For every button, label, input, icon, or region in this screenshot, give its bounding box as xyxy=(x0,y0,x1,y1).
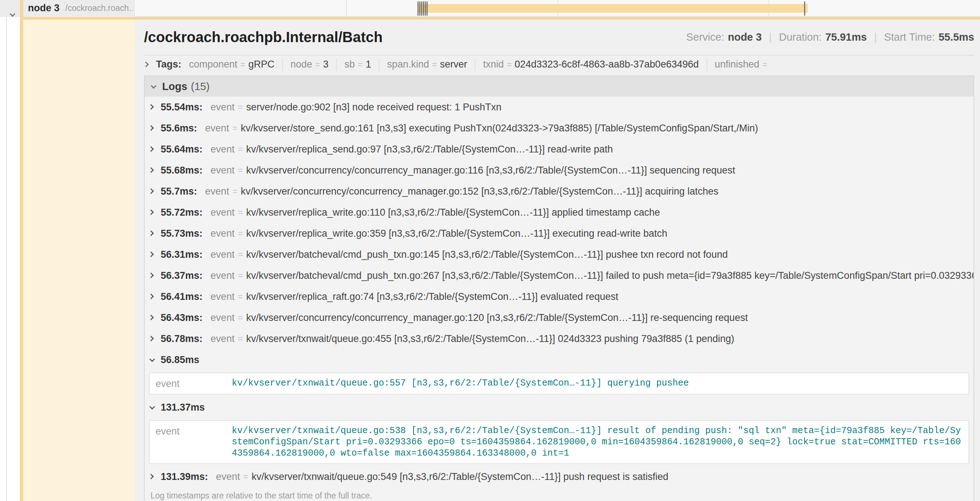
equals-sign: = xyxy=(238,207,243,217)
log-row[interactable]: 55.64ms: event = kv/kvserver/replica_sen… xyxy=(145,139,974,160)
chevron-right-icon xyxy=(149,314,156,321)
log-row[interactable]: 55.73ms: event = kv/kvserver/replica_wri… xyxy=(145,223,974,244)
log-row[interactable]: 55.54ms: event = server/node.go:902 [n3]… xyxy=(145,97,974,118)
log-timestamp: 55.73ms: xyxy=(161,228,203,239)
span-detail-meta: Service: node 3 | Duration: 75.91ms | St… xyxy=(686,31,974,43)
equals-sign: = xyxy=(238,292,243,302)
log-row[interactable]: 55.72ms: event = kv/kvserver/replica_wri… xyxy=(145,202,974,223)
log-value: kv/kvserver/batcheval/cmd_push_txn.go:14… xyxy=(246,249,728,260)
log-value: kv/kvserver/replica_raft.go:74 [n3,s3,r6… xyxy=(246,291,618,302)
log-timestamp: 56.85ms xyxy=(161,354,199,365)
log-key: event xyxy=(211,207,235,218)
log-timestamp: 55.6ms: xyxy=(161,123,197,134)
log-marker-tick xyxy=(423,2,424,16)
log-field-key: event xyxy=(156,425,232,459)
logs-footer-note: Log timestamps are relative to the start… xyxy=(145,487,974,501)
chevron-right-icon xyxy=(149,474,156,480)
chevron-right-icon xyxy=(149,272,156,279)
log-row[interactable]: 131.39ms: event = kv/kvserver/txnwait/qu… xyxy=(145,466,974,487)
log-timestamp: 55.7ms: xyxy=(161,186,197,197)
log-fields-table: event kv/kvserver/txnwait/queue.go:538 [… xyxy=(149,420,969,464)
log-row[interactable]: 56.37ms: event = kv/kvserver/batcheval/c… xyxy=(145,265,974,286)
log-marker-tick xyxy=(426,2,428,16)
log-value: kv/kvserver/replica_write.go:359 [n3,s3,… xyxy=(246,228,667,239)
log-timestamp: 56.43ms: xyxy=(161,312,203,324)
detail-row-accent-bar xyxy=(20,17,980,19)
tag-key: sb xyxy=(345,59,355,70)
log-row[interactable]: 55.68ms: event = kv/kvserver/concurrency… xyxy=(145,160,974,181)
log-entry-expanded: 56.85ms event kv/kvserver/txnwait/queue.… xyxy=(145,349,974,395)
log-marker-tick xyxy=(417,2,418,16)
span-detail-title: /cockroach.roachpb.Internal/Batch xyxy=(144,29,383,45)
timeline-row: 75.91ms xyxy=(135,0,980,16)
service-value: node 3 xyxy=(728,31,762,43)
log-row[interactable]: 56.41ms: event = kv/kvserver/replica_raf… xyxy=(145,286,974,307)
log-fields-table: event kv/kvserver/txnwait/queue.go:557 [… xyxy=(149,372,969,395)
log-row[interactable]: 56.43ms: event = kv/kvserver/concurrency… xyxy=(145,307,974,328)
chevron-right-icon xyxy=(149,209,156,215)
equals-sign: = xyxy=(762,59,767,70)
log-key: event xyxy=(205,186,229,197)
log-row-expanded-header[interactable]: 131.37ms xyxy=(145,397,974,418)
equals-sign: = xyxy=(238,333,243,344)
tag-item: unfinished = xyxy=(706,59,778,71)
equals-sign: = xyxy=(238,313,243,323)
log-row-expanded-header[interactable]: 56.85ms xyxy=(145,349,974,370)
equals-sign: = xyxy=(243,472,248,482)
duration-label: Duration: xyxy=(779,31,822,43)
log-marker-tick xyxy=(804,2,805,16)
equals-sign: = xyxy=(432,59,437,70)
log-key: event xyxy=(211,165,235,176)
tag-value: 1 xyxy=(366,59,371,70)
duration-value: 75.91ms xyxy=(825,31,867,43)
span-detail-panel: /cockroach.roachpb.Internal/Batch Servic… xyxy=(135,19,980,501)
log-key: event xyxy=(211,333,235,345)
start-time-value: 55.5ms xyxy=(939,31,974,43)
tag-item: span.kind = server xyxy=(379,59,475,71)
log-key: event xyxy=(211,291,235,302)
log-entry-expanded: 131.37ms event kv/kvserver/txnwait/queue… xyxy=(145,397,974,464)
service-label: Service: xyxy=(686,31,724,43)
chevron-right-icon xyxy=(149,188,156,195)
tags-accordion-header[interactable]: Tags: component = gRPC node = 3 sb = 1 s… xyxy=(144,56,974,73)
tag-item: node = 3 xyxy=(282,59,336,71)
log-key: event xyxy=(205,123,229,134)
log-marker-tick xyxy=(425,2,426,16)
tag-item: component = gRPC xyxy=(181,59,282,71)
log-timestamp: 56.37ms: xyxy=(161,270,203,281)
log-value: kv/kvserver/replica_send.go:97 [n3,s3,r6… xyxy=(246,144,613,155)
log-row[interactable]: 56.78ms: event = kv/kvserver/txnwait/que… xyxy=(145,328,974,349)
span-detail-header: /cockroach.roachpb.Internal/Batch Servic… xyxy=(144,19,974,56)
chevron-right-icon xyxy=(149,294,156,300)
span-duration-bar[interactable] xyxy=(418,4,808,13)
log-key: event xyxy=(216,471,240,482)
tag-key: unfinished xyxy=(715,59,759,70)
log-field-value: kv/kvserver/txnwait/queue.go:557 [n3,s3,… xyxy=(232,378,963,389)
logs-accordion-header[interactable]: Logs (15) xyxy=(145,76,974,97)
tag-key: component xyxy=(189,59,237,70)
chevron-right-icon xyxy=(149,146,156,153)
tag-key: node xyxy=(291,59,312,70)
log-row[interactable]: 56.31ms: event = kv/kvserver/batcheval/c… xyxy=(145,244,974,265)
log-marker-tick xyxy=(419,2,420,16)
collapse-span-chevron-down-icon[interactable] xyxy=(10,11,16,18)
logs-accordion: Logs (15) 55.54ms: event = server/node.g… xyxy=(144,75,974,501)
log-key: event xyxy=(211,270,235,281)
log-timestamp: 55.54ms: xyxy=(161,102,203,113)
tag-item: txnid = 024d3323-6c8f-4863-aa8b-37ab0e63… xyxy=(475,59,706,71)
equals-sign: = xyxy=(238,249,243,260)
gutter-divider xyxy=(6,17,7,501)
span-service-name: node 3 xyxy=(28,3,59,14)
chevron-down-icon xyxy=(149,404,156,411)
span-row: node 3 /cockroach.roach… 75.91ms xyxy=(0,0,980,17)
log-field-value: kv/kvserver/txnwait/queue.go:538 [n3,s3,… xyxy=(232,425,963,459)
log-row[interactable]: 55.7ms: event = kv/kvserver/concurrency/… xyxy=(145,181,974,202)
log-key: event xyxy=(211,228,235,239)
tags-label: Tags: xyxy=(156,59,181,70)
log-timestamp: 55.64ms: xyxy=(161,144,203,155)
equals-sign: = xyxy=(238,102,243,112)
chevron-down-icon xyxy=(151,83,157,90)
log-timestamp: 56.31ms: xyxy=(161,249,203,260)
log-row[interactable]: 55.6ms: event = kv/kvserver/store_send.g… xyxy=(145,118,974,139)
log-value: kv/kvserver/store_send.go:161 [n3,s3] ex… xyxy=(241,123,758,134)
